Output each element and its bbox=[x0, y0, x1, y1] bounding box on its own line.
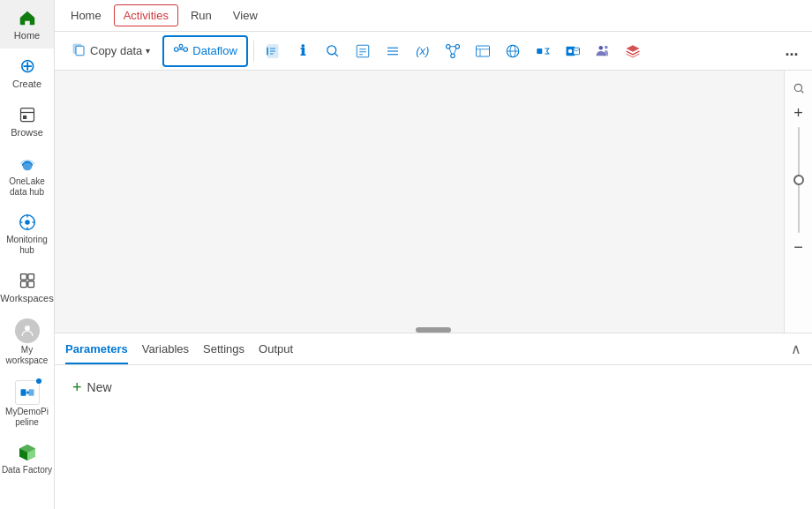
svg-rect-12 bbox=[27, 281, 34, 287]
create-icon: ⊕ bbox=[17, 56, 38, 77]
sidebar-item-home[interactable]: Home bbox=[0, 0, 54, 49]
workspaces-icon bbox=[17, 270, 38, 291]
svg-line-34 bbox=[335, 54, 338, 56]
nav-run[interactable]: Run bbox=[182, 5, 221, 26]
sidebar-item-monitoring[interactable]: Monitoringhub bbox=[0, 205, 54, 263]
canvas-area: + − bbox=[55, 71, 812, 333]
pipeline-icon bbox=[15, 380, 40, 405]
transform-button[interactable] bbox=[440, 38, 466, 64]
api-button[interactable] bbox=[530, 38, 556, 64]
notebook-button[interactable] bbox=[259, 38, 286, 64]
zoom-controls: + − bbox=[784, 71, 812, 333]
svg-point-24 bbox=[184, 47, 188, 51]
sidebar-item-mydemopipeline[interactable]: MyDemoPipeline bbox=[0, 373, 54, 435]
new-button[interactable]: + New bbox=[65, 376, 119, 399]
sidebar-item-browse-label: Browse bbox=[11, 127, 43, 138]
zoom-search-button[interactable] bbox=[788, 78, 809, 99]
more-button[interactable]: ... bbox=[778, 38, 805, 64]
sidebar-item-workspaces-label: Workspaces bbox=[0, 293, 53, 304]
sidebar-item-onelake-label: OneLakedata hub bbox=[9, 176, 45, 198]
panel-tabs: Parameters Variables Settings Output ∧ bbox=[55, 333, 812, 365]
svg-point-13 bbox=[25, 326, 30, 331]
script-button[interactable] bbox=[350, 38, 376, 64]
home-icon bbox=[17, 7, 38, 28]
svg-point-42 bbox=[446, 44, 450, 49]
svg-line-60 bbox=[801, 91, 803, 94]
teams-button[interactable] bbox=[590, 38, 616, 64]
nav-home[interactable]: Home bbox=[62, 5, 110, 26]
svg-point-33 bbox=[327, 46, 336, 55]
schema-button[interactable] bbox=[470, 38, 496, 64]
sidebar-item-home-label: Home bbox=[14, 30, 40, 41]
svg-point-44 bbox=[451, 54, 455, 58]
tab-variables[interactable]: Variables bbox=[142, 333, 189, 364]
svg-rect-10 bbox=[27, 273, 34, 280]
svg-line-46 bbox=[449, 48, 452, 54]
info-button[interactable]: ℹ bbox=[289, 38, 316, 64]
svg-rect-32 bbox=[267, 47, 268, 55]
tab-output[interactable]: Output bbox=[259, 333, 293, 364]
toolbar-separator-1 bbox=[253, 41, 254, 62]
zoom-out-button[interactable]: − bbox=[788, 236, 809, 258]
nav-view[interactable]: View bbox=[224, 5, 267, 26]
new-button-label: New bbox=[87, 380, 112, 394]
sidebar-item-datafactory[interactable]: Data Factory bbox=[0, 435, 54, 483]
copy-data-label: Copy data bbox=[90, 44, 142, 57]
sidebar-item-myworkspace[interactable]: Myworkspace bbox=[0, 311, 54, 373]
svg-rect-35 bbox=[357, 45, 369, 57]
sidebar-item-monitoring-label: Monitoringhub bbox=[6, 235, 48, 256]
tab-parameters[interactable]: Parameters bbox=[65, 333, 128, 364]
dataflow-button[interactable]: Dataflow bbox=[162, 35, 248, 67]
outlook-button[interactable] bbox=[560, 38, 586, 64]
web-button[interactable] bbox=[500, 38, 526, 64]
copy-data-icon bbox=[71, 41, 86, 61]
svg-point-4 bbox=[25, 220, 30, 225]
copy-data-button[interactable]: Copy data ▾ bbox=[62, 37, 159, 65]
layers-button[interactable] bbox=[620, 38, 646, 64]
svg-point-43 bbox=[455, 44, 460, 49]
svg-rect-14 bbox=[20, 389, 26, 396]
onelake-icon bbox=[17, 153, 38, 175]
monitoring-icon bbox=[17, 212, 38, 233]
svg-rect-15 bbox=[28, 389, 34, 396]
svg-rect-0 bbox=[20, 109, 34, 122]
browse-icon bbox=[17, 104, 38, 125]
svg-rect-22 bbox=[76, 46, 84, 56]
toolbar: Copy data ▾ Dataflow bbox=[55, 32, 812, 71]
svg-line-47 bbox=[454, 48, 456, 54]
expression-button[interactable]: (x) bbox=[410, 38, 436, 64]
sidebar-item-datafactory-label: Data Factory bbox=[2, 465, 52, 475]
main-area: Home Activities Run View Copy data ▾ bbox=[55, 0, 812, 509]
svg-rect-54 bbox=[537, 49, 542, 54]
search-button[interactable] bbox=[320, 38, 346, 64]
sidebar-item-mydemopipeline-label: MyDemoPipeline bbox=[5, 407, 49, 428]
zoom-handle[interactable] bbox=[793, 175, 804, 185]
svg-rect-11 bbox=[20, 281, 26, 287]
sidebar-item-workspaces[interactable]: Workspaces bbox=[0, 263, 54, 311]
sidebar-item-myworkspace-label: Myworkspace bbox=[6, 345, 49, 366]
zoom-slider[interactable] bbox=[798, 127, 800, 233]
svg-point-57 bbox=[598, 46, 603, 50]
new-plus-icon: + bbox=[72, 379, 82, 395]
sidebar-item-create-label: Create bbox=[12, 79, 41, 90]
datafactory-icon bbox=[17, 442, 38, 463]
zoom-in-button[interactable]: + bbox=[788, 102, 809, 124]
collapse-handle[interactable] bbox=[416, 327, 451, 333]
nav-activities[interactable]: Activities bbox=[114, 4, 178, 26]
panel-collapse-button[interactable]: ∧ bbox=[791, 341, 801, 357]
sidebar-item-create[interactable]: ⊕ Create bbox=[0, 49, 54, 97]
sidebar-item-browse[interactable]: Browse bbox=[0, 97, 54, 146]
sidebar-item-onelake[interactable]: OneLakedata hub bbox=[0, 146, 54, 205]
svg-point-58 bbox=[605, 45, 608, 49]
svg-point-26 bbox=[179, 44, 183, 48]
dataflow-icon bbox=[173, 41, 189, 61]
svg-point-23 bbox=[175, 47, 179, 51]
dataflow-label: Dataflow bbox=[192, 44, 237, 57]
panel-content: + New bbox=[55, 365, 812, 509]
list-button[interactable] bbox=[380, 38, 406, 64]
pipeline-dot bbox=[36, 378, 41, 384]
svg-point-59 bbox=[794, 84, 801, 91]
tab-settings[interactable]: Settings bbox=[203, 333, 244, 364]
svg-rect-48 bbox=[476, 46, 489, 56]
copy-data-chevron: ▾ bbox=[146, 46, 150, 56]
